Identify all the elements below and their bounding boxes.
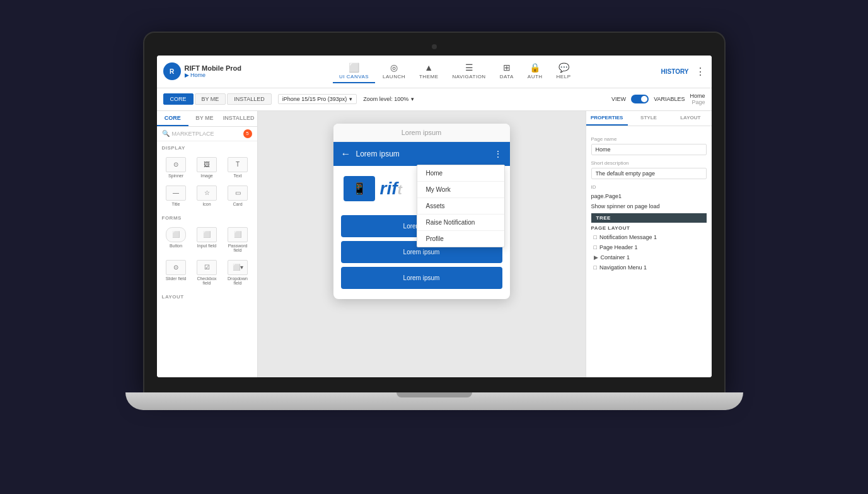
chevron-down-icon: ▾ [349,96,352,102]
dropdown-menu: Home My Work Assets Raise Notification P… [417,165,505,247]
zoom-select[interactable]: Zoom level: 100% ▾ [363,96,414,102]
component-text[interactable]: T Text [224,155,252,180]
zoom-chevron-icon: ▾ [411,96,414,102]
dropdown-item-profile[interactable]: Profile [417,231,504,247]
dropdown-item-home[interactable]: Home [417,165,504,182]
canvas-area[interactable]: Lorem ipsum ← Lorem ipsum ⋮ Home My Work… [258,111,586,377]
page-name-input[interactable] [591,144,707,155]
brand-name: RIFT Mobile Prod [185,64,241,72]
right-tab-layout[interactable]: LAYOUT [669,111,711,126]
tree-divider: TREE [591,213,707,223]
mobile-title-bar: Lorem ipsum [333,124,510,142]
help-icon: 💬 [558,62,569,73]
nav-label-ui-canvas: UI CANVAS [339,74,369,79]
nav-item-ui-canvas[interactable]: ⬜ UI CANVAS [333,60,375,83]
component-image[interactable]: 🖼 Image [193,155,221,180]
brand-logo: R RIFT Mobile Prod ▶ Home [163,62,241,80]
header-more-icon[interactable]: ⋮ [494,149,502,159]
tab-by-me[interactable]: BY ME [195,93,226,105]
back-arrow-icon[interactable]: ← [341,148,351,160]
navigation-icon: ☰ [465,62,473,73]
nav-label-launch: LAUNCH [383,74,405,79]
button-label: Button [170,244,182,248]
tree-item-notification[interactable]: □ Notification Message 1 [591,232,707,242]
show-spinner-row: Show spinner on page load [591,203,707,209]
nav-right: HISTORY ⋮ [661,66,705,78]
brand-icon: R [163,62,181,80]
right-tab-properties[interactable]: PROPERTIES [586,111,628,126]
component-slider[interactable]: ⊙ Slider field [162,257,190,288]
launch-icon: ◎ [390,62,398,73]
title-label: Title [172,202,180,206]
nav-item-launch[interactable]: ◎ LAUNCH [376,60,412,83]
show-spinner-label: Show spinner on page load [591,203,660,209]
tab-installed[interactable]: INSTALLED [227,93,271,105]
nav-item-theme[interactable]: ▲ THEME [413,60,445,83]
component-spinner[interactable]: ⊙ Spinner [162,155,190,180]
auth-icon: 🔒 [529,62,540,73]
device-select[interactable]: iPhone 15/15 Pro (393px) ▾ [278,94,357,104]
nav-label-theme: THEME [419,74,439,79]
nav-menu-tree-label: Navigation Menu 1 [599,264,647,271]
display-components: ⊙ Spinner 🖼 Image T Text — [157,152,257,211]
component-checkbox[interactable]: ☑ Checkbox field [193,257,221,288]
search-icon: 🔍 [162,130,170,137]
history-button[interactable]: HISTORY [661,68,689,75]
nav-label-navigation: NAVIGATION [452,74,485,79]
component-title[interactable]: — Title [162,183,190,209]
tab-core[interactable]: CORE [163,93,194,105]
short-desc-input[interactable] [591,168,707,179]
nav-item-navigation[interactable]: ☰ NAVIGATION [446,60,492,83]
right-tab-style[interactable]: STYLE [628,111,669,126]
nav-item-auth[interactable]: 🔒 AUTH [521,60,549,83]
dropdown-item-assets[interactable]: Assets [417,198,504,215]
more-button[interactable]: ⋮ [695,66,705,78]
tree-item-container[interactable]: ▶ Container 1 [591,252,707,262]
nav-items: ⬜ UI CANVAS ◎ LAUNCH ▲ THEME ☰ NAVIGATIO… [249,60,661,83]
left-tab-by-me[interactable]: BY ME [188,111,221,126]
toolbar-right: VIEW VARIABLES Home Page [611,93,705,105]
logo-phone-icon: 📱 [344,176,375,201]
header-title: Lorem ipsum [356,150,400,158]
left-panel-tabs: CORE BY ME INSTALLED [157,111,257,127]
main-content: CORE BY ME INSTALLED 🔍 MARKETPLACE 5 DIS… [157,111,712,377]
marketplace-bar: 🔍 MARKETPLACE 5 [157,127,257,141]
laptop-screen-bezel: R RIFT Mobile Prod ▶ Home ⬜ UI CANVAS [144,33,724,392]
breadcrumb-page: Page [692,99,705,105]
component-input[interactable]: ⬜ Input field [193,225,221,255]
checkbox-icon-box: ☑ [197,260,217,275]
view-label: VIEW [611,96,626,102]
variables-button[interactable]: VARIABLES [654,96,685,102]
tree-item-nav-menu[interactable]: □ Navigation Menu 1 [591,262,707,273]
left-tab-core[interactable]: CORE [157,111,189,126]
theme-icon: ▲ [424,62,433,73]
right-panel: PROPERTIES STYLE LAYOUT Page name Short … [586,111,712,377]
view-toggle[interactable] [631,95,649,103]
nav-item-help[interactable]: 💬 HELP [550,60,577,83]
dropdown-item-my-work[interactable]: My Work [417,182,504,198]
short-desc-label: Short description [591,160,707,166]
page-name-label: Page name [591,136,707,142]
nav-item-data[interactable]: ⊞ DATA [494,60,520,83]
tree-item-page-header[interactable]: □ Page Header 1 [591,242,707,252]
data-icon: ⊞ [503,62,511,73]
image-label: Image [200,173,212,178]
ui-canvas-icon: ⬜ [349,62,359,73]
dropdown-item-raise-notification[interactable]: Raise Notification [417,215,504,231]
left-panel: CORE BY ME INSTALLED 🔍 MARKETPLACE 5 DIS… [157,111,258,377]
component-password[interactable]: ⬜ Password field [224,225,252,255]
right-panel-tabs: PROPERTIES STYLE LAYOUT [586,111,712,126]
logo-text: rift [380,179,402,199]
component-card[interactable]: ▭ Card [224,183,252,209]
laptop-base [125,392,743,410]
display-section-title: DISPLAY [157,141,257,152]
password-icon-box: ⬜ [228,227,248,242]
component-button[interactable]: ⬜ Button [162,225,190,255]
nav-label-data: DATA [500,74,514,79]
checkbox-label: Checkbox field [194,276,220,285]
component-dropdown[interactable]: ⬜▾ Dropdown field [224,257,252,288]
component-icon[interactable]: ☆ Icon [193,183,221,209]
left-tab-installed[interactable]: INSTALLED [221,111,257,126]
brand-breadcrumb: ▶ Home [185,72,241,78]
mobile-button-3[interactable]: Lorem ipsum [341,267,502,289]
